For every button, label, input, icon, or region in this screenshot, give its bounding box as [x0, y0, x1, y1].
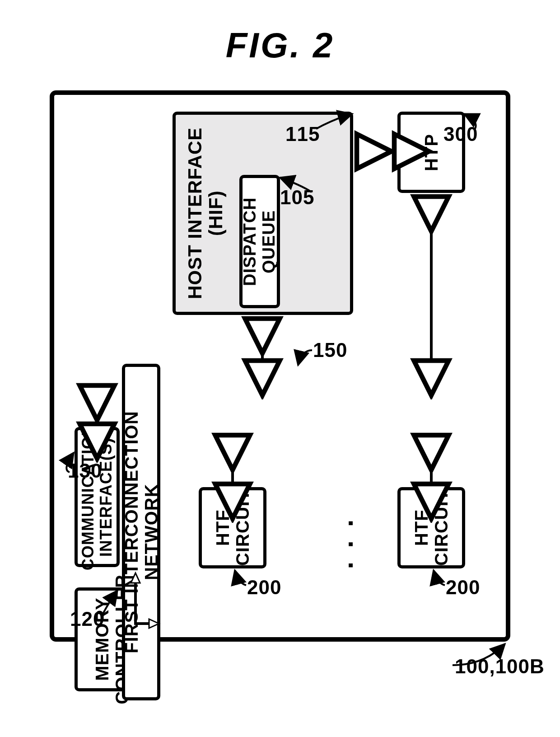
label-htp: HTP	[421, 134, 441, 171]
block-interconnect-network: FIRST INTERCONNECTION NETWORK	[122, 364, 160, 700]
block-dispatch-queue: DISPATCH QUEUE	[239, 175, 280, 308]
label-dispatch-queue: DISPATCH QUEUE	[241, 178, 279, 305]
block-htf-circuit-2: HTF CIRCUIT	[397, 487, 465, 568]
ref-dispatch: 105	[280, 186, 314, 209]
ref-net: 150	[313, 339, 347, 361]
block-htf-circuit-1: HTF CIRCUIT	[199, 487, 266, 568]
ref-htf2: 200	[446, 576, 480, 599]
block-comm-interface: COMMUNICATION INTERFACE(S)	[75, 427, 120, 567]
ref-htp: 300	[443, 123, 478, 146]
label-htf-1: HTF CIRCUIT	[213, 489, 252, 566]
label-host-interface: HOST INTERFACE (HIF)	[185, 115, 226, 312]
label-interconnect-network: FIRST INTERCONNECTION NETWORK	[121, 367, 161, 697]
ref-hif: 115	[285, 123, 320, 146]
label-htf-2: HTF CIRCUIT	[411, 489, 451, 566]
label-comm-interface: COMMUNICATION INTERFACE(S)	[79, 424, 115, 570]
ref-htf1: 200	[247, 576, 281, 599]
ref-mem-ctrl: 120	[70, 608, 104, 630]
ref-outer: 100,100B	[455, 655, 545, 678]
figure-title: FIG. 2	[0, 25, 560, 66]
ref-comm-if: 130	[68, 460, 102, 482]
ellipsis-icon: ...	[328, 506, 359, 569]
